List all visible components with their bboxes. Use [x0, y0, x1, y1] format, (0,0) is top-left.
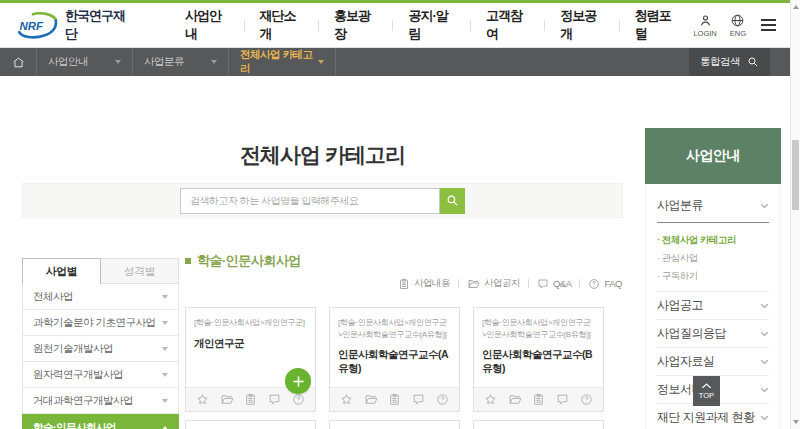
menu-item-supported-projects[interactable]: 재단 지원과제 현황: [657, 403, 769, 429]
clipboard-icon[interactable]: [532, 393, 545, 406]
card-link-area[interactable]: [학술·인문사회사업>개인연구군>인문사회학술연구교수(A유형)] 인문사회학술…: [330, 308, 459, 387]
clipboard-icon: [398, 278, 410, 290]
chevron-down-icon: [162, 347, 168, 351]
scroll-to-top-button[interactable]: TOP: [693, 376, 720, 406]
folder-icon[interactable]: [364, 393, 378, 406]
menu-group-business-category[interactable]: 사업분류: [657, 184, 769, 223]
folder-icon[interactable]: [508, 393, 522, 406]
legend-label: FAQ: [604, 278, 622, 289]
program-card-partial[interactable]: [185, 420, 316, 429]
card-action-bar: [330, 387, 459, 411]
card-title: 인문사회학술연구교수(B유형): [482, 348, 595, 376]
legend-qna[interactable]: Q&A: [537, 278, 572, 290]
question-icon[interactable]: [436, 393, 449, 406]
chevron-down-icon: [162, 399, 168, 403]
legend-faq[interactable]: FAQ: [588, 278, 622, 290]
sidebar-item-label: 전체사업: [33, 290, 73, 304]
chevron-down-icon: [760, 303, 769, 309]
nav-item-business[interactable]: 사업안내: [170, 7, 244, 43]
submenu-item-subscribe[interactable]: 구독하기: [657, 267, 769, 285]
menu-group-label: 사업분류: [657, 197, 703, 214]
legend-business-content[interactable]: 사업내용: [398, 277, 450, 290]
submenu-item-interest[interactable]: 관심사업: [657, 249, 769, 267]
language-button[interactable]: ENG: [730, 13, 746, 38]
breadcrumb-dropdown-level3-active[interactable]: 전체사업 카테고리: [228, 48, 336, 76]
nav-item-integrity[interactable]: 청렴포털: [620, 7, 694, 43]
chevron-down-icon: [162, 373, 168, 377]
question-icon[interactable]: [580, 393, 593, 406]
nav-item-notice[interactable]: 공지·알림: [393, 7, 470, 43]
global-search-button[interactable]: 통합검색: [689, 48, 770, 76]
sidebar-item-core-tech[interactable]: 원천기술개발사업: [22, 336, 179, 362]
scrollbar-up-arrow-icon[interactable]: [793, 5, 799, 9]
card-link-area[interactable]: [학술·인문사회사업>개인연구군>인문사회학술연구교수(B유형)] 인문사회학술…: [474, 308, 603, 387]
chevron-down-icon: [760, 359, 769, 365]
legend-label: 사업내용: [414, 277, 450, 290]
card-action-bar: [474, 387, 603, 411]
chat-icon[interactable]: [268, 393, 281, 406]
clipboard-icon[interactable]: [388, 393, 401, 406]
breadcrumb-bar: 사업안내 사업분류 전체사업 카테고리 통합검색: [0, 48, 790, 76]
nrf-category-page: NRF 한국연구재단 사업안내 재단소개 홍보광장 공지·알림 고객참여 정보공…: [0, 0, 800, 429]
sidebar-item-big-science[interactable]: 거대과학연구개발사업: [22, 388, 179, 414]
nav-item-customer[interactable]: 고객참여: [471, 7, 545, 43]
sidebar-item-humanities-active[interactable]: 학술·인문사회사업: [22, 414, 179, 429]
clipboard-icon[interactable]: [244, 393, 257, 406]
main-nav: 사업안내 재단소개 홍보광장 공지·알림 고객참여 정보공개 청렴포털: [170, 7, 693, 43]
star-icon[interactable]: [484, 393, 497, 406]
card-category-tag: [학술·인문사회사업>개인연구군]: [194, 317, 307, 329]
legend-business-notice[interactable]: 사업공지: [467, 277, 520, 290]
section-bullet-icon: [185, 258, 191, 264]
logo-org-name: 한국연구재단: [65, 7, 130, 43]
program-search-button[interactable]: [440, 188, 465, 214]
program-card-partial[interactable]: [473, 420, 604, 429]
login-button[interactable]: LOGIN: [693, 13, 716, 38]
submenu-item-all-category-active[interactable]: 전체사업 카테고리: [657, 231, 769, 249]
quick-menu-title: 사업안내: [645, 128, 781, 184]
legend-label: 사업공지: [484, 277, 520, 290]
scrollbar-down-arrow-icon[interactable]: [793, 420, 799, 424]
sidebar-item-label: 거대과학연구개발사업: [33, 394, 133, 408]
menu-hamburger-icon[interactable]: [759, 15, 778, 35]
page-title: 전체사업 카테고리: [0, 141, 645, 169]
star-icon[interactable]: [340, 393, 353, 406]
chat-icon[interactable]: [556, 393, 569, 406]
header-utilities: LOGIN ENG: [693, 13, 778, 38]
globe-icon: [730, 13, 745, 28]
folder-icon[interactable]: [220, 393, 234, 406]
nav-item-about[interactable]: 재단소개: [244, 7, 318, 43]
section-title: 학술·인문사회사업: [197, 252, 301, 270]
chevron-down-icon: [760, 387, 769, 393]
menu-item-inquiry[interactable]: 사업질의응답: [657, 319, 769, 347]
menu-item-resources[interactable]: 사업자료실: [657, 347, 769, 375]
program-search-input[interactable]: [180, 188, 440, 214]
vertical-scrollbar[interactable]: [790, 0, 800, 429]
breadcrumb-dropdown-level1[interactable]: 사업안내: [36, 48, 132, 76]
sidebar-item-all-business[interactable]: 전체사업: [22, 284, 179, 310]
person-icon: [698, 13, 713, 28]
chat-icon[interactable]: [412, 393, 425, 406]
scrollbar-thumb[interactable]: [792, 140, 799, 210]
expand-plus-button[interactable]: [285, 368, 311, 394]
program-card-partial[interactable]: [329, 420, 460, 429]
home-icon: [12, 56, 25, 69]
sidebar-item-basic-research[interactable]: 과학기술분야 기초연구사업: [22, 310, 179, 336]
program-cards: [학술·인문사회사업>개인연구군] 개인연구군: [185, 307, 604, 412]
menu-item-label: 사업자료실: [657, 353, 715, 370]
menu-item-announcement[interactable]: 사업공고: [657, 291, 769, 319]
program-cards-row2: [185, 420, 604, 429]
tab-by-business[interactable]: 사업별: [22, 258, 101, 284]
card-title: 인문사회학술연구교수(A유형): [338, 348, 451, 376]
star-icon[interactable]: [196, 393, 209, 406]
sidebar-item-nuclear[interactable]: 원자력연구개발사업: [22, 362, 179, 388]
chevron-down-icon: [760, 415, 769, 421]
global-search-label: 통합검색: [700, 55, 740, 69]
nav-item-promotion[interactable]: 홍보광장: [319, 7, 393, 43]
question-icon[interactable]: [292, 393, 305, 406]
tab-by-character[interactable]: 성격별: [101, 258, 179, 284]
breadcrumb-dropdown-level2[interactable]: 사업분류: [132, 48, 228, 76]
home-button[interactable]: [0, 48, 36, 76]
nrf-logo[interactable]: NRF 한국연구재단: [16, 7, 130, 43]
nrf-logo-mark-icon: NRF: [16, 11, 60, 39]
nav-item-disclosure[interactable]: 정보공개: [545, 7, 619, 43]
